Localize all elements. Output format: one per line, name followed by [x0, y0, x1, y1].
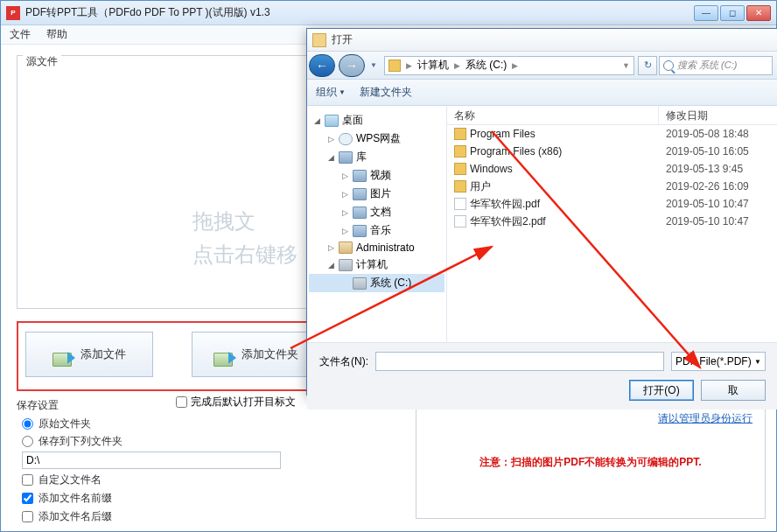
filetype-select[interactable]: PDF File(*.PDF)▼ — [671, 352, 766, 371]
tree-item[interactable]: ▷视频 — [309, 166, 444, 185]
file-row[interactable]: 用户2019-02-26 16:09 — [447, 178, 777, 195]
add-file-button[interactable]: 添加文件 — [25, 332, 153, 377]
breadcrumb-item[interactable]: 系统 (C:) — [466, 58, 507, 73]
app-icon: P — [6, 6, 20, 20]
expand-icon[interactable]: ◢ — [312, 116, 321, 125]
search-icon — [663, 60, 674, 71]
folder-icon — [454, 163, 466, 175]
add-folder-button[interactable]: 添加文件夹 — [192, 332, 319, 377]
search-input[interactable]: 搜索 系统 (C:) — [659, 56, 773, 75]
chevron-right-icon: ▶ — [406, 61, 412, 70]
open-button[interactable]: 打开(O) — [629, 380, 694, 401]
file-row[interactable]: 华军软件园2.pdf2019-05-10 10:47 — [447, 213, 777, 230]
expand-icon[interactable]: ◢ — [326, 261, 335, 270]
lib-icon — [339, 151, 353, 164]
folder-icon — [454, 145, 466, 158]
user-icon — [339, 242, 353, 254]
tree-item[interactable]: ▷文档 — [309, 203, 444, 221]
lib-icon — [353, 225, 367, 237]
lib-icon — [353, 206, 367, 219]
path-input[interactable] — [22, 452, 281, 469]
close-button[interactable]: ✕ — [746, 5, 771, 21]
lib-icon — [353, 170, 367, 182]
pdf-icon — [454, 198, 466, 210]
chevron-right-icon: ▶ — [512, 61, 518, 70]
folder-icon — [454, 180, 466, 192]
titlebar[interactable]: P PDF转PPT工具（PDFdo PDF To PPT )(试用版) v1.3… — [1, 1, 776, 25]
tree-item[interactable]: ▷图片 — [309, 185, 444, 203]
tree-item[interactable]: ◢桌面 — [309, 111, 444, 130]
chevron-down-icon[interactable]: ▼ — [622, 61, 630, 70]
tree-item[interactable]: ▷Administrato — [309, 240, 444, 256]
expand-icon[interactable]: ▷ — [326, 135, 335, 144]
breadcrumb[interactable]: ▶ 计算机 ▶ 系统 (C:) ▶ ▼ — [384, 56, 634, 75]
dialog-body: ◢桌面▷WPS网盘◢库▷视频▷图片▷文档▷音乐▷Administrato◢计算机… — [307, 106, 777, 342]
tree-item[interactable]: ▷系统 (C:) — [309, 274, 444, 292]
expand-icon[interactable]: ▷ — [326, 243, 335, 252]
filename-label: 文件名(N): — [319, 354, 368, 369]
minimize-button[interactable]: — — [694, 5, 718, 21]
folder-arrow-icon — [52, 342, 74, 367]
cancel-button[interactable]: 取 — [701, 380, 766, 401]
tree-item[interactable]: ▷WPS网盘 — [309, 130, 444, 148]
menu-help[interactable]: 帮助 — [46, 27, 67, 42]
source-label: 源文件 — [23, 54, 61, 69]
tree-item[interactable]: ◢库 — [309, 148, 444, 166]
dialog-title: 打开 — [332, 32, 353, 47]
folder-tree[interactable]: ◢桌面▷WPS网盘◢库▷视频▷图片▷文档▷音乐▷Administrato◢计算机… — [307, 106, 447, 342]
file-open-dialog: 打开 ← → ▼ ▶ 计算机 ▶ 系统 (C:) ▶ ▼ ↻ 搜索 系统 (C:… — [306, 28, 777, 396]
folder-arrow-icon — [214, 342, 234, 367]
tree-item[interactable]: ◢计算机 — [309, 256, 444, 274]
chevron-right-icon: ▶ — [454, 61, 460, 70]
menu-file[interactable]: 文件 — [10, 27, 31, 42]
maximize-button[interactable]: ◻ — [720, 5, 745, 21]
desk-icon — [325, 115, 339, 127]
filename-input[interactable] — [375, 352, 664, 371]
window-controls: — ◻ ✕ — [692, 5, 771, 21]
file-list[interactable]: 名称 修改日期 Program Files2019-05-08 18:48Pro… — [447, 106, 777, 342]
dialog-toolbar: 组织 ▼ 新建文件夹 — [307, 80, 777, 106]
refresh-button[interactable]: ↻ — [638, 56, 657, 75]
organize-menu[interactable]: 组织 ▼ — [316, 85, 346, 100]
expand-icon[interactable]: ▷ — [340, 190, 349, 199]
lib-icon — [353, 188, 367, 200]
column-name[interactable]: 名称 — [447, 106, 659, 124]
output-panel: 请以管理员身份运行 注意：扫描的图片PDF不能转换为可编辑的PPT. — [416, 407, 766, 519]
drive-icon — [388, 60, 401, 72]
expand-icon[interactable]: ◢ — [326, 153, 335, 162]
admin-link[interactable]: 请以管理员身份运行 — [658, 411, 752, 426]
file-row[interactable]: Program Files2019-05-08 18:48 — [447, 125, 777, 143]
nav-back-button[interactable]: ← — [309, 54, 335, 77]
drive-icon — [353, 277, 367, 290]
nav-history-dropdown[interactable]: ▼ — [367, 54, 381, 77]
folder-icon — [454, 128, 466, 140]
file-row[interactable]: Windows2019-05-13 9:45 — [447, 160, 777, 178]
check-open-on-complete[interactable]: 完成后默认打开目标文 — [176, 395, 296, 410]
expand-icon[interactable]: ▷ — [340, 227, 349, 235]
breadcrumb-item[interactable]: 计算机 — [417, 58, 449, 73]
dialog-titlebar[interactable]: 打开 — [307, 29, 777, 52]
tree-item[interactable]: ▷音乐 — [309, 221, 444, 240]
folder-icon — [312, 33, 326, 47]
cloud-icon — [339, 133, 353, 145]
new-folder-button[interactable]: 新建文件夹 — [360, 85, 412, 100]
warning-text: 注意：扫描的图片PDF不能转换为可编辑的PPT. — [424, 455, 758, 470]
expand-icon[interactable]: ▷ — [340, 208, 349, 217]
dialog-navbar: ← → ▼ ▶ 计算机 ▶ 系统 (C:) ▶ ▼ ↻ 搜索 系统 (C:) — [307, 52, 777, 80]
list-header[interactable]: 名称 修改日期 — [447, 106, 777, 125]
nav-forward-button[interactable]: → — [339, 54, 365, 77]
pdf-icon — [454, 215, 466, 228]
file-row[interactable]: 华军软件园.pdf2019-05-10 10:47 — [447, 195, 777, 213]
dialog-footer: 文件名(N): PDF File(*.PDF)▼ 打开(O) 取 — [307, 342, 777, 410]
window-title: PDF转PPT工具（PDFdo PDF To PPT )(试用版) v1.3 — [25, 5, 692, 20]
expand-icon[interactable]: ▷ — [340, 172, 349, 180]
column-date[interactable]: 修改日期 — [659, 106, 777, 124]
drag-hint: 拖拽文 点击右键移 — [192, 205, 298, 272]
file-row[interactable]: Program Files (x86)2019-05-10 16:05 — [447, 143, 777, 160]
drive-icon — [339, 259, 353, 271]
